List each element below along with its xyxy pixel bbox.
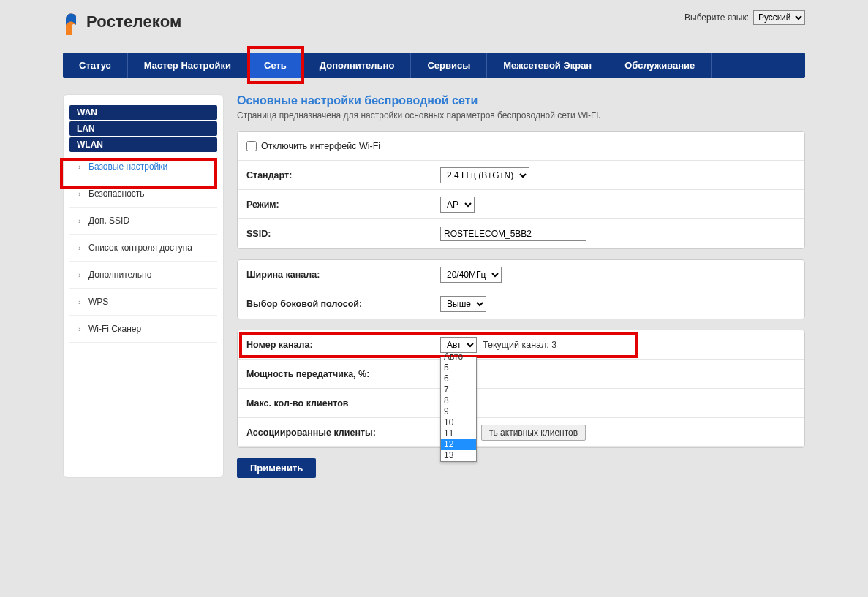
logo-text: Ростелеком bbox=[86, 12, 182, 31]
assoc-label: Ассоциированные клиенты: bbox=[246, 427, 440, 438]
clients-label: Макс. кол-во клиентов bbox=[246, 398, 440, 408]
mode-select[interactable]: AP bbox=[440, 197, 475, 213]
nav-status[interactable]: Статус bbox=[63, 53, 128, 78]
power-label: Мощность передатчика, %: bbox=[246, 369, 440, 379]
apply-button[interactable]: Применить bbox=[237, 458, 316, 478]
channel-option-12[interactable]: 12 bbox=[441, 439, 476, 450]
sidebar-item-mssid[interactable]: Доп. SSID bbox=[69, 208, 217, 235]
channel-option-10[interactable]: 10 bbox=[441, 417, 476, 428]
page-subtitle: Страница предназначена для настройки осн… bbox=[237, 110, 805, 121]
disable-wifi-checkbox[interactable] bbox=[246, 141, 257, 151]
sidebar-section-wan[interactable]: WAN bbox=[69, 105, 217, 120]
channel-select[interactable]: Авто bbox=[440, 337, 477, 353]
sidebar-item-adv[interactable]: Дополнительно bbox=[69, 262, 217, 289]
sidebar-item-basic[interactable]: Базовые настройки bbox=[69, 153, 217, 180]
rostelecom-logo-icon bbox=[63, 9, 80, 37]
nav-firewall[interactable]: Межсетевой Экран bbox=[487, 53, 608, 78]
language-selector: Выберите язык: Русский bbox=[684, 7, 805, 25]
channel-dropdown-open[interactable]: Авто 5 6 7 8 9 10 11 12 13 bbox=[440, 357, 477, 462]
ssid-label: SSID: bbox=[246, 229, 440, 239]
panel-channel-width: Ширина канала: 20/40МГц Выбор боковой по… bbox=[237, 259, 805, 319]
sidebar-item-security[interactable]: Безопасность bbox=[69, 180, 217, 208]
sidebar-section-lan[interactable]: LAN bbox=[69, 121, 217, 136]
channel-option-9[interactable]: 9 bbox=[441, 406, 476, 417]
sidebar: WAN LAN WLAN Базовые настройки Безопасно… bbox=[63, 94, 224, 478]
standard-select[interactable]: 2.4 ГГц (B+G+N) bbox=[440, 167, 529, 183]
nav-services[interactable]: Сервисы bbox=[411, 53, 487, 78]
sideband-label: Выбор боковой полосой: bbox=[246, 299, 440, 309]
standard-label: Стандарт: bbox=[246, 170, 440, 180]
channel-option-11[interactable]: 11 bbox=[441, 428, 476, 439]
panel-basic: Отключить интерфейс Wi-Fi Стандарт: 2.4 … bbox=[237, 131, 805, 249]
sideband-select[interactable]: Выше bbox=[440, 296, 486, 312]
channel-option-5[interactable]: 5 bbox=[441, 362, 476, 373]
channel-option-7[interactable]: 7 bbox=[441, 384, 476, 395]
channel-option-8[interactable]: 8 bbox=[441, 395, 476, 406]
width-select[interactable]: 20/40МГц bbox=[440, 267, 502, 283]
page-title: Основные настройки беспроводной сети bbox=[237, 94, 805, 107]
main-nav: Статус Мастер Настройки Сеть Дополнитель… bbox=[63, 53, 805, 78]
channel-option-6[interactable]: 6 bbox=[441, 373, 476, 384]
language-select[interactable]: Русский bbox=[753, 10, 805, 25]
ssid-input[interactable] bbox=[440, 227, 586, 241]
nav-maintenance[interactable]: Обслуживание bbox=[608, 53, 712, 78]
content: Основные настройки беспроводной сети Стр… bbox=[237, 94, 805, 478]
mode-label: Режим: bbox=[246, 199, 440, 210]
sidebar-section-wlan[interactable]: WLAN bbox=[69, 137, 217, 152]
language-label: Выберите язык: bbox=[684, 12, 749, 23]
logo: Ростелеком bbox=[63, 7, 182, 37]
width-label: Ширина канала: bbox=[246, 270, 440, 280]
disable-wifi-label: Отключить интерфейс Wi-Fi bbox=[261, 141, 380, 151]
sidebar-item-acl[interactable]: Список контроля доступа bbox=[69, 235, 217, 262]
current-channel-label: Текущий канал: 3 bbox=[483, 340, 556, 350]
channel-label: Номер канала: bbox=[246, 340, 440, 350]
show-clients-button[interactable]: ть активных клиентов bbox=[481, 425, 586, 441]
nav-network[interactable]: Сеть bbox=[248, 53, 303, 78]
nav-wizard[interactable]: Мастер Настройки bbox=[128, 53, 248, 78]
channel-option-auto[interactable]: Авто bbox=[441, 351, 476, 362]
sidebar-item-wps[interactable]: WPS bbox=[69, 289, 217, 316]
channel-option-13[interactable]: 13 bbox=[441, 450, 476, 461]
nav-advanced[interactable]: Дополнительно bbox=[303, 53, 412, 78]
panel-channel: Номер канала: Авто Текущий канал: 3 Мощн… bbox=[237, 330, 805, 448]
sidebar-item-scanner[interactable]: Wi-Fi Сканер bbox=[69, 316, 217, 343]
